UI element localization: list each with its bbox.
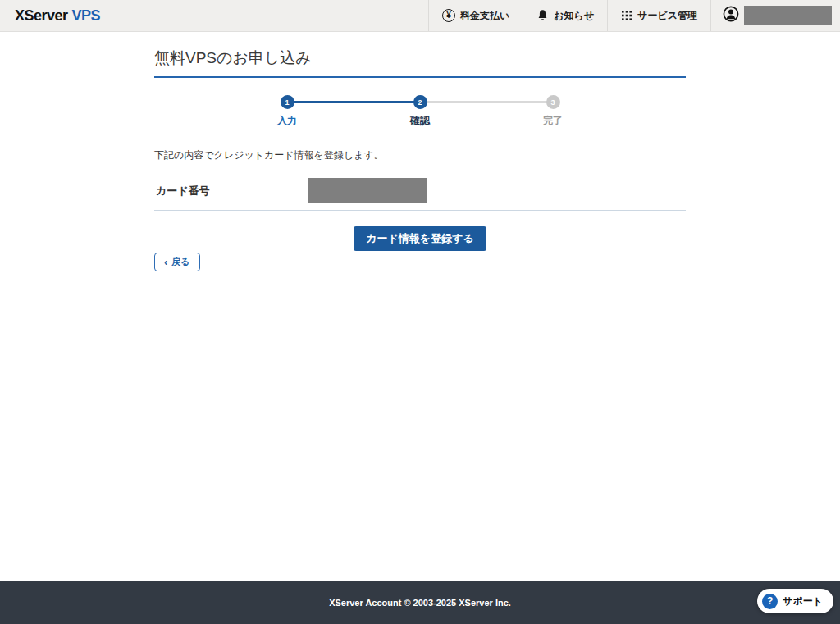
grid-icon [621, 10, 632, 21]
step-label: 確認 [410, 114, 430, 128]
step-progress: 1 入力 2 確認 3 完了 [154, 95, 686, 131]
page: XServer VPS ¥ 料金支払い お知らせ [0, 0, 840, 624]
back-button[interactable]: ‹ 戻る [154, 253, 200, 271]
description-text: 下記の内容でクレジットカード情報を登録します。 [154, 148, 686, 162]
logo-product: VPS [72, 7, 101, 25]
step-confirm: 2 確認 [410, 95, 430, 128]
step-complete: 3 完了 [543, 95, 563, 128]
bell-icon [536, 9, 549, 22]
register-card-button[interactable]: カード情報を登録する [354, 226, 486, 251]
page-title: 無料VPSのお申し込み [154, 48, 686, 78]
confirm-table: カード番号 [154, 171, 686, 211]
step-input: 1 入力 [277, 95, 297, 128]
step-label: 完了 [543, 114, 563, 128]
nav-item-notifications[interactable]: お知らせ [523, 0, 607, 31]
card-number-redacted [308, 178, 427, 203]
card-number-label: カード番号 [154, 184, 308, 198]
nav-item-services[interactable]: サービス管理 [607, 0, 710, 31]
progress-track-todo [420, 101, 553, 103]
logo-brand: XServer [15, 7, 68, 25]
support-label: サポート [783, 594, 823, 608]
nav-item-label: お知らせ [554, 9, 594, 23]
footer: XServer Account © 2003-2025 XServer Inc. [0, 581, 840, 624]
question-icon: ? [762, 594, 778, 609]
step-label: 入力 [277, 114, 297, 128]
account-name-redacted [744, 6, 832, 25]
nav-item-label: 料金支払い [460, 9, 509, 23]
progress-track-done [287, 101, 420, 103]
back-button-label: 戻る [171, 256, 189, 268]
nav-item-label: サービス管理 [637, 9, 697, 23]
step-circle: 2 [413, 95, 427, 109]
main-content: 無料VPSのお申し込み 1 入力 2 確認 3 完了 下記の内容でクレジットカ [0, 32, 840, 581]
support-button[interactable]: ? サポート [757, 589, 833, 613]
yen-circle-icon: ¥ [442, 9, 455, 22]
logo[interactable]: XServer VPS [0, 0, 428, 31]
header-nav: ¥ 料金支払い お知らせ サービス管理 [428, 0, 840, 31]
account-menu[interactable] [710, 0, 840, 31]
step-circle: 3 [546, 95, 560, 109]
chevron-left-icon: ‹ [164, 257, 167, 267]
nav-item-payment[interactable]: ¥ 料金支払い [428, 0, 523, 31]
copyright-text: XServer Account © 2003-2025 XServer Inc. [329, 598, 511, 608]
step-circle: 1 [281, 95, 294, 109]
user-avatar-icon [723, 6, 739, 25]
table-row-card-number: カード番号 [154, 171, 686, 210]
header: XServer VPS ¥ 料金支払い お知らせ [0, 0, 840, 32]
